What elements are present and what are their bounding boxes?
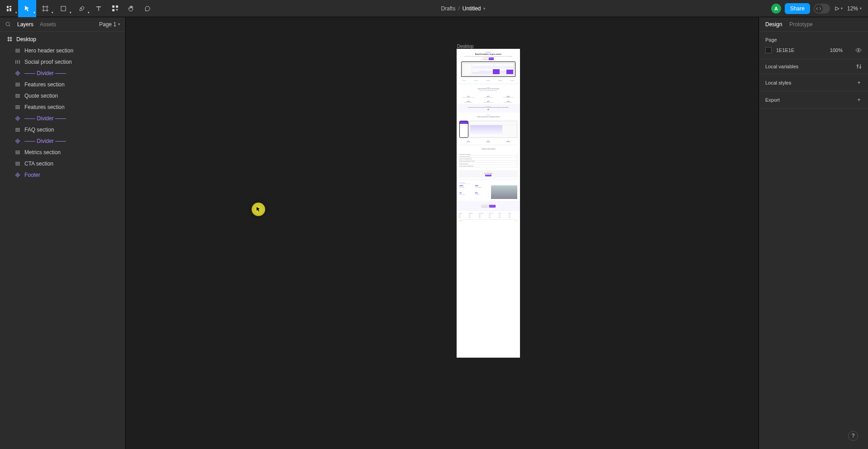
file-name[interactable]: Untitled bbox=[463, 5, 481, 12]
layer-row[interactable]: —— Divider —— bbox=[0, 113, 125, 124]
layer-row[interactable]: —— Divider —— bbox=[0, 135, 125, 147]
right-panel: Design Prototype Page 1E1E1E 100% Local … bbox=[758, 17, 868, 449]
layer-row[interactable]: Features section bbox=[0, 101, 125, 113]
layer-row[interactable]: Metrics section bbox=[0, 147, 125, 158]
hero-pill: New feature bbox=[485, 52, 492, 53]
layer-name: Footer bbox=[24, 172, 40, 178]
layer-type-icon bbox=[14, 128, 21, 132]
prototype-tab[interactable]: Prototype bbox=[789, 21, 812, 28]
layers-tab[interactable]: Layers bbox=[17, 21, 33, 28]
svg-point-1 bbox=[81, 8, 82, 9]
layer-name: —— Divider —— bbox=[24, 138, 66, 144]
page-opacity[interactable]: 100% bbox=[830, 47, 843, 53]
cursor-indicator bbox=[252, 203, 265, 216]
layer-name: Metrics section bbox=[24, 149, 61, 156]
frame-tool-button[interactable]: ▾ bbox=[36, 0, 54, 17]
chevron-down-icon: ▾ bbox=[33, 11, 35, 14]
layer-type-icon bbox=[14, 60, 21, 64]
faq-heading: Frequently asked questions bbox=[459, 148, 517, 150]
svg-rect-0 bbox=[61, 6, 66, 11]
user-avatar[interactable]: A bbox=[771, 4, 781, 14]
metrics-image bbox=[491, 185, 517, 199]
zoom-control[interactable]: 12% ▾ bbox=[847, 5, 862, 12]
page-color-value[interactable]: 1E1E1E bbox=[776, 47, 794, 53]
sliders-icon[interactable] bbox=[856, 64, 862, 69]
layer-row[interactable]: Footer bbox=[0, 169, 125, 180]
layer-row[interactable]: CTA section bbox=[0, 158, 125, 169]
quote-avatar bbox=[487, 109, 489, 110]
svg-point-8 bbox=[860, 67, 861, 68]
plus-icon[interactable]: ＋ bbox=[856, 79, 862, 86]
svg-point-7 bbox=[857, 65, 858, 66]
layer-row[interactable]: Social proof section bbox=[0, 56, 125, 67]
layer-row[interactable]: Hero header section bbox=[0, 45, 125, 56]
file-title[interactable]: Drafts / Untitled ▾ bbox=[156, 5, 771, 12]
layer-type-icon bbox=[14, 71, 21, 76]
metrics-heading: Build something great bbox=[459, 183, 517, 184]
chevron-down-icon: ▾ bbox=[52, 11, 53, 14]
chevron-down-icon: ▾ bbox=[88, 11, 90, 14]
canvas[interactable]: Desktop New feature Beautiful analytics … bbox=[126, 17, 758, 449]
text-tool-button[interactable] bbox=[91, 0, 107, 17]
layer-name: —— Divider —— bbox=[24, 70, 66, 76]
design-tab[interactable]: Design bbox=[765, 21, 782, 28]
layer-name: CTA section bbox=[24, 161, 53, 167]
dev-mode-toggle[interactable] bbox=[814, 4, 830, 14]
dashboard-mockup bbox=[469, 121, 517, 138]
layer-row[interactable]: —— Divider —— bbox=[0, 67, 125, 79]
chevron-down-icon[interactable]: ▾ bbox=[483, 6, 486, 11]
hero-heading: Beautiful analytics to grow smarter bbox=[459, 53, 517, 56]
svg-rect-2 bbox=[112, 5, 114, 8]
hand-tool-button[interactable] bbox=[123, 0, 139, 17]
hero-device-mockup bbox=[461, 61, 515, 77]
svg-rect-4 bbox=[112, 9, 114, 11]
quote-text: We've been using Untitled to kick start … bbox=[458, 107, 518, 108]
main-menu-button[interactable]: ▾ bbox=[0, 0, 18, 17]
search-icon[interactable] bbox=[5, 22, 11, 27]
signup-button: Sign up bbox=[489, 57, 494, 60]
page-color-swatch[interactable] bbox=[765, 47, 772, 53]
layer-name: Quote section bbox=[24, 93, 58, 99]
chevron-down-icon: ▾ bbox=[860, 6, 862, 10]
present-button[interactable]: ▾ bbox=[834, 0, 844, 17]
layer-row[interactable]: Features section bbox=[0, 79, 125, 90]
layer-type-icon bbox=[14, 94, 21, 98]
features-heading: Analytics that feels like it's from the … bbox=[459, 88, 517, 90]
frame-icon bbox=[6, 37, 13, 42]
plus-icon[interactable]: ＋ bbox=[856, 96, 862, 104]
resources-tool-button[interactable] bbox=[107, 0, 123, 17]
features-tag: Features bbox=[459, 87, 517, 88]
comment-tool-button[interactable] bbox=[139, 0, 156, 17]
chevron-down-icon: ▾ bbox=[118, 22, 120, 26]
share-button[interactable]: Share bbox=[785, 3, 810, 14]
layer-type-icon bbox=[14, 139, 21, 143]
frame-label[interactable]: Desktop bbox=[457, 44, 474, 49]
features2-heading: Cutting-edge features for advanced analy… bbox=[459, 116, 517, 118]
local-variables-label: Local variables bbox=[765, 64, 798, 69]
cta-heading: Start your free trial bbox=[459, 203, 518, 204]
move-tool-button[interactable]: ▾ bbox=[18, 0, 36, 17]
svg-rect-3 bbox=[116, 5, 118, 8]
layer-frame-desktop[interactable]: Desktop bbox=[0, 33, 125, 45]
layer-type-icon bbox=[14, 161, 21, 166]
export-label: Export bbox=[765, 97, 780, 103]
pen-tool-button[interactable]: ▾ bbox=[72, 0, 91, 17]
layer-name: Hero header section bbox=[24, 47, 73, 54]
chevron-down-icon: ▾ bbox=[70, 11, 72, 14]
help-button[interactable]: ? bbox=[848, 431, 858, 441]
design-frame-desktop[interactable]: New feature Beautiful analytics to grow … bbox=[457, 49, 520, 358]
layer-name: Social proof section bbox=[24, 59, 72, 65]
breadcrumb-drafts[interactable]: Drafts bbox=[441, 5, 455, 12]
chevron-down-icon: ▾ bbox=[15, 11, 17, 14]
page-selector[interactable]: Page 1 ▾ bbox=[99, 21, 120, 28]
eye-icon[interactable] bbox=[855, 48, 862, 52]
demo-button: Demo bbox=[483, 57, 488, 60]
layer-row[interactable]: Quote section bbox=[0, 90, 125, 101]
svg-point-6 bbox=[858, 50, 859, 51]
shape-tool-button[interactable]: ▾ bbox=[54, 0, 72, 17]
layer-type-icon bbox=[14, 82, 21, 87]
layer-name: Features section bbox=[24, 104, 65, 110]
chevron-down-icon: ▾ bbox=[841, 6, 843, 10]
assets-tab[interactable]: Assets bbox=[40, 21, 56, 28]
layer-row[interactable]: FAQ section bbox=[0, 124, 125, 135]
